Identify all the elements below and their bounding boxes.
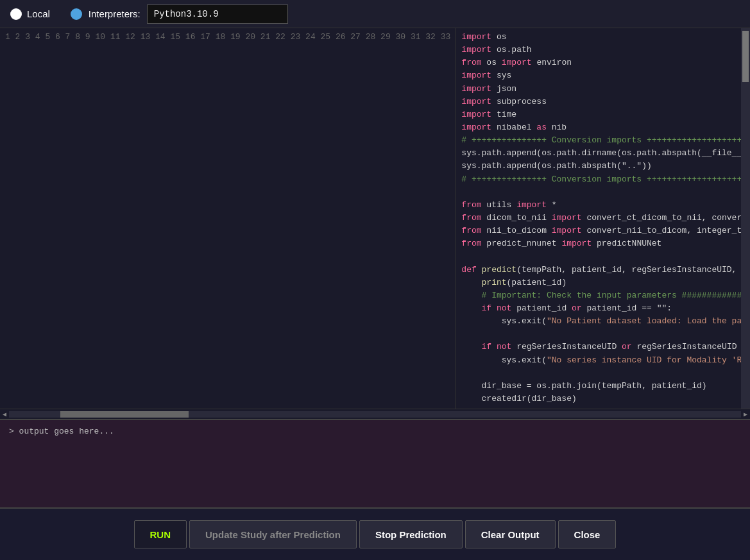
clear-output-button[interactable]: Clear Output (465, 520, 556, 548)
local-label: Local (27, 8, 50, 19)
local-radio-group: Local (10, 8, 50, 20)
interpreter-radio-button[interactable] (71, 8, 82, 20)
scrollbar-thumb[interactable] (742, 31, 749, 82)
line-numbers: 1 2 3 4 5 6 7 8 9 10 11 12 13 14 15 16 1… (0, 28, 456, 409)
local-radio-button[interactable] (10, 8, 22, 20)
hscroll-bar[interactable] (9, 411, 741, 418)
interpreter-group: Interpreters: (71, 4, 288, 24)
editor-container: 1 2 3 4 5 6 7 8 9 10 11 12 13 14 15 16 1… (0, 28, 750, 419)
scroll-right-btn[interactable]: ▶ (741, 411, 750, 418)
horizontal-scroll-area: ◀ ▶ (0, 409, 750, 419)
bottom-bar: RUN Update Study after Prediction Stop P… (0, 509, 750, 560)
code-content[interactable]: import os import os.path from os import … (456, 28, 741, 409)
code-area: 1 2 3 4 5 6 7 8 9 10 11 12 13 14 15 16 1… (0, 28, 750, 409)
close-button[interactable]: Close (558, 520, 617, 548)
vertical-scrollbar[interactable] (741, 28, 750, 409)
scroll-left-btn[interactable]: ◀ (0, 411, 9, 418)
top-bar: Local Interpreters: (0, 0, 750, 28)
output-console: > output goes here... (0, 419, 750, 509)
update-study-button[interactable]: Update Study after Prediction (189, 520, 357, 548)
output-text: > output goes here... (9, 427, 114, 436)
run-button[interactable]: RUN (134, 520, 187, 548)
hscroll-thumb[interactable] (60, 411, 189, 418)
interpreter-label: Interpreters: (89, 8, 141, 19)
stop-prediction-button[interactable]: Stop Prediction (359, 520, 463, 548)
interpreter-input[interactable] (147, 4, 288, 24)
